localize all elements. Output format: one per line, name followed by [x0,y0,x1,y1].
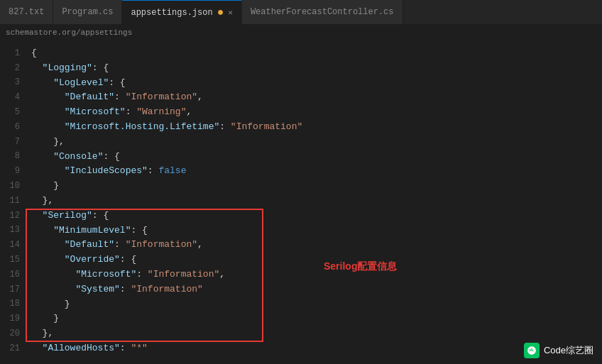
line-num-9: 9 [0,164,20,179]
line-num-7: 7 [0,135,20,150]
tab-appsettings-json-label: appsettings.json [131,8,212,18]
line-num-4: 4 [0,90,20,105]
line-num-13: 13 [0,224,20,238]
line-numbers: 1 2 3 4 5 6 7 8 9 10 11 12 13 14 15 16 1… [0,40,26,364]
line-num-2: 2 [0,61,20,76]
breadcrumb: schemastore.org/appsettings [0,25,602,40]
line-num-12: 12 [0,209,20,224]
code-line-17: "System": "Information" [31,282,602,297]
code-line-14: "Default": "Information", [31,238,602,253]
code-line-16: "Microsoft": "Information", [31,268,602,282]
code-line-9: "IncludeScopes": false [31,164,602,179]
code-line-3: "LogLevel": { [31,76,602,91]
line-num-11: 11 [0,194,20,209]
tab-weatherforecast-cs[interactable]: WeatherForecastController.cs [242,0,403,24]
line-num-6: 6 [0,120,20,135]
line-num-8: 8 [0,150,20,165]
code-line-15: "Override": { [31,253,602,268]
watermark-text: Code综艺圈 [544,344,593,357]
code-line-4: "Default": "Information", [31,90,602,105]
code-line-18: } [31,297,602,312]
code-line-13: "MinimumLevel": { [31,224,602,238]
code-line-1: { [31,46,602,61]
tab-program-cs-label: Program.cs [62,7,113,17]
line-num-17: 17 [0,282,20,297]
tab-appsettings-json[interactable]: appsettings.json ● ✕ [122,0,241,24]
tab-weatherforecast-cs-label: WeatherForecastController.cs [251,7,394,17]
line-num-1: 1 [0,46,20,61]
code-line-20: }, [31,326,602,341]
code-line-8: "Console": { [31,150,602,165]
modified-dot-icon: ● [217,7,224,18]
watermark: Code综艺圈 [524,343,593,358]
editor-area: 1 2 3 4 5 6 7 8 9 10 11 12 13 14 15 16 1… [0,40,602,364]
tab-bar: 827.txt Program.cs appsettings.json ● ✕ … [0,0,602,25]
wechat-icon [524,343,540,358]
line-num-3: 3 [0,76,20,91]
line-num-15: 15 [0,253,20,268]
code-line-11: }, [31,194,602,209]
line-num-20: 20 [0,326,20,341]
line-num-19: 19 [0,311,20,326]
annotation-text: Serilog配置信息 [324,260,397,273]
breadcrumb-text: schemastore.org/appsettings [6,28,132,37]
code-line-2: "Logging": { [31,61,602,76]
close-tab-icon[interactable]: ✕ [228,8,233,17]
line-num-18: 18 [0,297,20,312]
line-num-16: 16 [0,268,20,282]
line-num-14: 14 [0,238,20,253]
line-num-5: 5 [0,105,20,120]
code-line-19: } [31,311,602,326]
line-num-21: 21 [0,341,20,356]
code-line-10: } [31,179,602,194]
code-line-5: "Microsoft": "Warning", [31,105,602,120]
line-num-10: 10 [0,179,20,194]
tab-827-txt[interactable]: 827.txt [0,0,53,24]
code-line-6: "Microsoft.Hosting.Lifetime": "Informati… [31,120,602,135]
code-line-12: "Serilog": { [31,209,602,224]
tab-827-txt-label: 827.txt [9,7,44,17]
tab-program-cs[interactable]: Program.cs [53,0,122,24]
code-editor[interactable]: { "Logging": { "LogLevel": { "Default": … [26,40,602,364]
code-line-7: }, [31,135,602,150]
code-line-21: "AllowedHosts": "*" [31,341,602,356]
